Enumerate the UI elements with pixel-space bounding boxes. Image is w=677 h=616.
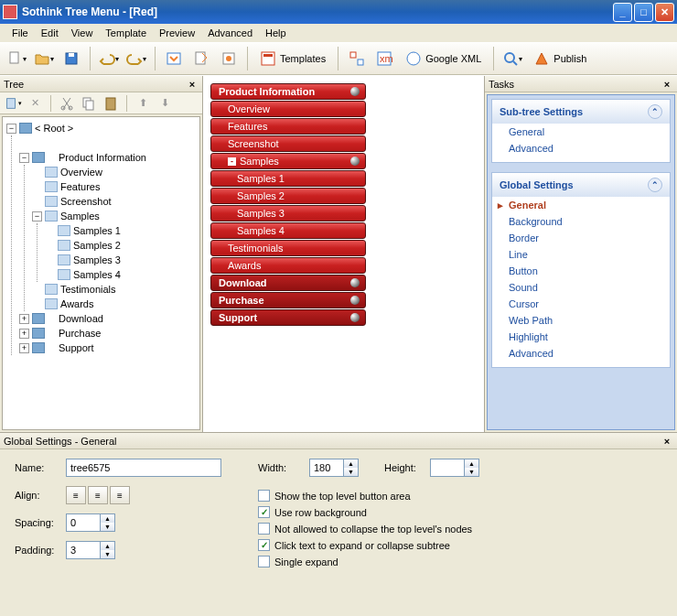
tree-delete-icon[interactable]: ✕: [25, 93, 45, 113]
task-item-cursor[interactable]: Cursor: [492, 296, 670, 312]
collapse-icon[interactable]: ⌃: [648, 178, 662, 192]
preview-menu-item[interactable]: Product Information: [210, 83, 366, 100]
tree-item[interactable]: Overview: [60, 167, 102, 178]
cut-icon[interactable]: [57, 93, 77, 113]
close-button[interactable]: ✕: [655, 3, 674, 22]
menu-view[interactable]: View: [65, 26, 100, 40]
expander-icon[interactable]: −: [6, 124, 16, 134]
task-item-border[interactable]: Border: [492, 230, 670, 246]
tree-item[interactable]: Screenshot: [60, 196, 112, 207]
preview-menu-item[interactable]: Samples 1: [210, 170, 366, 187]
height-input[interactable]: [430, 459, 465, 477]
maximize-button[interactable]: □: [634, 3, 653, 22]
expander-icon[interactable]: −: [19, 153, 29, 163]
save-button[interactable]: [59, 46, 84, 71]
edit-button[interactable]: [188, 46, 214, 71]
task-item-background[interactable]: Background: [492, 213, 670, 230]
preview-menu-item[interactable]: -Samples: [210, 153, 366, 169]
preview-menu-item[interactable]: Testimonials: [210, 240, 366, 256]
align-center-button[interactable]: ≡: [88, 486, 108, 504]
spinner-icon[interactable]: ▲▼: [101, 541, 115, 559]
tree-item[interactable]: Product Information: [59, 152, 146, 163]
task-item-web-path[interactable]: Web Path: [492, 312, 670, 329]
spinner-icon[interactable]: ▲▼: [101, 513, 115, 532]
task-item-button[interactable]: Button: [492, 263, 670, 279]
preview-menu-item[interactable]: Samples 4: [210, 222, 366, 239]
preview-menu-item[interactable]: Download: [210, 275, 366, 291]
tasks-panel-close-icon[interactable]: ×: [661, 79, 673, 90]
google-xml-button[interactable]: Google XML: [399, 46, 488, 71]
minimize-button[interactable]: _: [613, 3, 632, 22]
settings-panel-close-icon[interactable]: ×: [661, 436, 673, 447]
expander-icon[interactable]: +: [19, 314, 29, 324]
tree-item[interactable]: Samples 4: [73, 269, 121, 280]
width-input[interactable]: [309, 459, 344, 477]
menu-file[interactable]: File: [5, 26, 35, 40]
tree-item[interactable]: Purchase: [59, 328, 101, 339]
tree-view[interactable]: −< Root > −Product Information Overview …: [2, 116, 200, 430]
tree-item[interactable]: Awards: [60, 298, 93, 309]
expander-icon[interactable]: +: [19, 343, 29, 353]
tree-panel-close-icon[interactable]: ×: [186, 79, 199, 90]
align-right-button[interactable]: ≡: [110, 486, 130, 504]
task-item-line[interactable]: Line: [492, 246, 670, 263]
xml-button[interactable]: xml: [371, 46, 397, 71]
padding-input[interactable]: [66, 541, 101, 559]
task-item-general[interactable]: General: [492, 197, 670, 213]
open-button[interactable]: ▾: [31, 46, 57, 71]
redo-button[interactable]: ▾: [124, 46, 149, 71]
spinner-icon[interactable]: ▲▼: [344, 459, 359, 477]
resources-button[interactable]: [216, 46, 242, 71]
tree-item[interactable]: Samples 3: [73, 254, 121, 265]
preview-menu-item[interactable]: Features: [210, 118, 366, 135]
preview-browser-button[interactable]: [161, 46, 187, 71]
task-item-advanced[interactable]: Advanced: [492, 345, 670, 362]
collapse-icon[interactable]: ⌃: [648, 104, 662, 119]
tree-item[interactable]: Testimonials: [60, 284, 116, 295]
menu-advanced[interactable]: Advanced: [201, 26, 259, 40]
preview-menu-item[interactable]: Support: [210, 309, 366, 326]
move-down-icon[interactable]: ⬇: [155, 93, 175, 113]
undo-button[interactable]: ▾: [96, 46, 122, 71]
copy-icon[interactable]: [79, 93, 99, 113]
task-item-general[interactable]: General: [492, 124, 670, 140]
preview-menu-item[interactable]: Samples 2: [210, 188, 366, 204]
spacing-input[interactable]: [66, 513, 101, 532]
publish-button[interactable]: Publish: [527, 46, 593, 71]
sitemap-button[interactable]: [344, 46, 370, 71]
move-up-icon[interactable]: ⬆: [133, 93, 153, 113]
paste-icon[interactable]: [101, 93, 121, 113]
spinner-icon[interactable]: ▲▼: [465, 459, 479, 477]
tree-item[interactable]: Download: [59, 313, 103, 324]
tree-root[interactable]: < Root >: [35, 123, 73, 134]
preview-menu-item[interactable]: Screenshot: [210, 135, 366, 152]
task-item-advanced[interactable]: Advanced: [492, 140, 670, 157]
expander-icon[interactable]: −: [32, 211, 42, 222]
menu-edit[interactable]: Edit: [35, 26, 65, 40]
checkbox[interactable]: [258, 490, 270, 502]
task-item-highlight[interactable]: Highlight: [492, 329, 670, 345]
menu-preview[interactable]: Preview: [153, 26, 201, 40]
tree-item[interactable]: Features: [60, 181, 100, 192]
tree-new-icon[interactable]: ▾: [3, 93, 23, 113]
preview-menu-item[interactable]: Samples 3: [210, 205, 366, 222]
menu-template[interactable]: Template: [99, 26, 153, 40]
templates-button[interactable]: Templates: [253, 46, 332, 71]
checkbox[interactable]: [258, 523, 270, 535]
expander-icon[interactable]: +: [19, 329, 29, 339]
tree-item[interactable]: Samples: [60, 211, 100, 222]
checkbox[interactable]: ✓: [258, 506, 270, 518]
browse-button[interactable]: ▾: [500, 46, 525, 71]
task-item-sound[interactable]: Sound: [492, 279, 670, 296]
tree-item[interactable]: Samples 1: [73, 225, 121, 236]
menu-help[interactable]: Help: [259, 26, 293, 40]
name-input[interactable]: [66, 459, 221, 477]
preview-menu-item[interactable]: Awards: [210, 257, 366, 274]
preview-menu-item[interactable]: Purchase: [210, 292, 366, 308]
checkbox[interactable]: ✓: [258, 539, 270, 551]
tree-item[interactable]: Support: [59, 342, 94, 353]
checkbox[interactable]: [258, 556, 270, 567]
align-left-button[interactable]: ≡: [66, 486, 86, 504]
preview-menu-item[interactable]: Overview: [210, 101, 366, 117]
new-button[interactable]: ▾: [4, 46, 29, 71]
